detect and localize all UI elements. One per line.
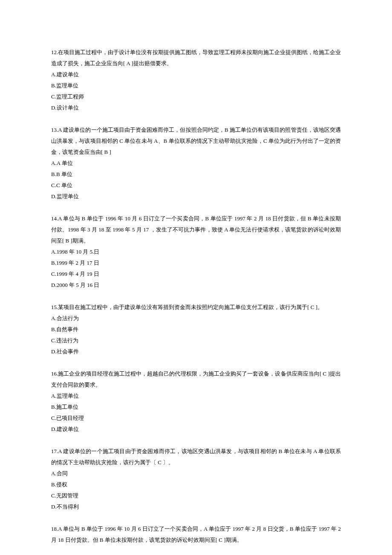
question-text: 16.施工企业的项目经理在施工过程中，超越自己的代理权限，为施工企业购买了一套设… (51, 368, 341, 390)
option-b: B.B 单位 (51, 169, 341, 180)
option-d: D.设计单位 (51, 102, 341, 113)
option-a: A.合同 (51, 468, 341, 479)
option-c: C.C 单位 (51, 180, 341, 191)
question-16: 16.施工企业的项目经理在施工过程中，超越自己的代理权限，为施工企业购买了一套设… (51, 368, 341, 435)
option-d: D.社会事件 (51, 346, 341, 357)
question-14: 14.A 单位与 B 单位于 1996 年 10 月 6 日订立了一个买卖合同，… (51, 213, 341, 291)
option-a: A.监理单位 (51, 390, 341, 402)
option-b: B.侵权 (51, 479, 341, 490)
question-text: 15.某项目在施工过程中，由于建设单位没有筹措到资金而未按照约定向施工单位支付工… (51, 302, 341, 313)
question-12: 12.在项目施工过程中，由于设计单位没有按期提供施工图纸，导致监理工程师未按期向… (51, 47, 341, 113)
question-15: 15.某项目在施工过程中，由于建设单位没有筹措到资金而未按照约定向施工单位支付工… (51, 302, 341, 357)
option-a: A.A 单位 (51, 158, 341, 169)
option-c: C.监理工程师 (51, 91, 341, 102)
option-a: A.1998 年 10 月 5.日 (51, 246, 341, 257)
option-c: C.无因管理 (51, 490, 341, 501)
option-a: A.合法行为 (51, 313, 341, 324)
option-d: D.不当得利 (51, 501, 341, 512)
question-text: 12.在项目施工过程中，由于设计单位没有按期提供施工图纸，导致监理工程师未按期向… (51, 47, 341, 69)
question-18: 18.A 单位与 B 单位于 1996 年 10 月 6 日订立了一个买卖合同，… (51, 523, 341, 546)
option-b: B.1999 年 2 月 17 日 (51, 257, 341, 269)
question-text: 18.A 单位与 B 单位于 1996 年 10 月 6 日订立了一个买卖合同，… (51, 523, 341, 546)
question-13: 13.A 建设单位的一个施工项目由于资金困难而停工，但按照合同约定，B 施工单位… (51, 124, 341, 202)
option-a: A.建设单位 (51, 69, 341, 80)
option-b: B.监理单位 (51, 80, 341, 91)
question-text: 13.A 建设单位的一个施工项目由于资金困难而停工，但按照合同约定，B 施工单位… (51, 124, 341, 158)
question-text: 14.A 单位与 B 单位于 1996 年 10 月 6 日订立了一个买卖合同，… (51, 213, 341, 246)
question-17: 17.A 建设单位的一个施工项目由于资金困难而停工，该地区突遇山洪暴发，与该项目… (51, 446, 341, 512)
option-c: C.1999 年 4 月 19 日 (51, 269, 341, 280)
option-b: B.施工单位 (51, 402, 341, 413)
option-b: B.自然事件 (51, 324, 341, 335)
option-d: D.2000 年 5 月 16 日 (51, 280, 341, 291)
option-d: D.监理单位 (51, 191, 341, 202)
option-d: D.建设单位 (51, 424, 341, 435)
question-text: 17.A 建设单位的一个施工项目由于资金困难而停工，该地区突遇山洪暴发，与该项目… (51, 446, 341, 468)
option-c: C.已项目经理 (51, 413, 341, 424)
option-c: C.违法行为 (51, 335, 341, 346)
